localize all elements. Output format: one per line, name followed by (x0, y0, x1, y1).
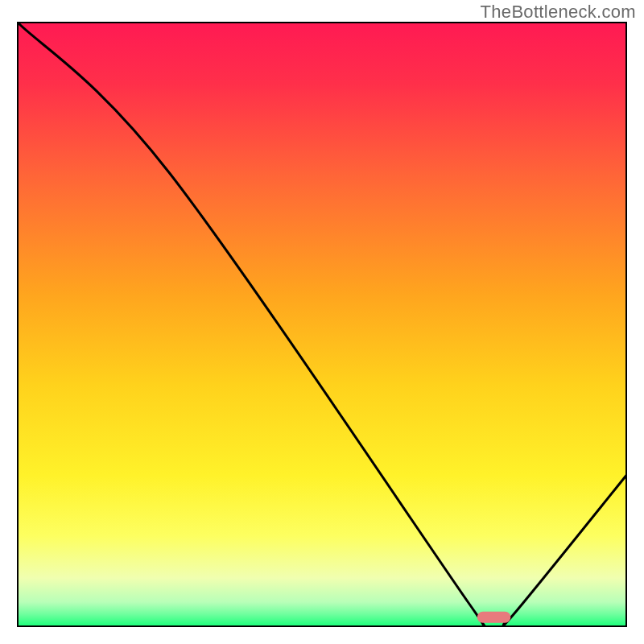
watermark-text: TheBottleneck.com (481, 2, 636, 23)
chart-container: TheBottleneck.com (0, 0, 644, 644)
bottleneck-chart (0, 0, 644, 644)
highlight-marker (477, 612, 511, 623)
gradient-background (18, 23, 626, 626)
